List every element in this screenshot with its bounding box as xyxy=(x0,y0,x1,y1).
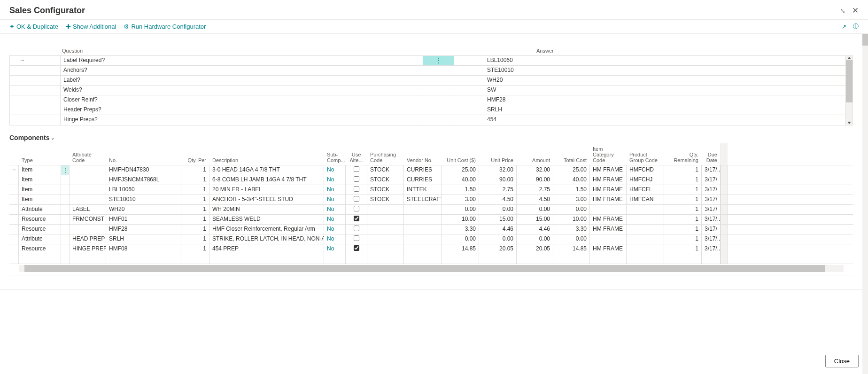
cell-amount[interactable]: 0.00 xyxy=(517,234,553,244)
cell-totcost[interactable]: 0.00 xyxy=(553,205,590,214)
cell-vendor[interactable] xyxy=(404,234,442,244)
cell-amount[interactable]: 15.00 xyxy=(517,215,553,224)
cell-type[interactable] xyxy=(19,254,61,264)
cell-no[interactable]: WH20 xyxy=(106,205,181,214)
cell-no[interactable]: SRLH xyxy=(106,234,181,244)
cell-unitprice[interactable]: 15.00 xyxy=(479,215,517,224)
row-options[interactable] xyxy=(61,175,70,185)
cell-attr[interactable] xyxy=(70,225,106,234)
col-amount[interactable]: Amount xyxy=(517,143,553,165)
col-itemcat[interactable]: Item Category Code xyxy=(590,143,627,165)
cell-due[interactable] xyxy=(702,254,721,264)
component-row[interactable]: AttributeHEAD PREPSRLH1STRIKE, ROLLER LA… xyxy=(9,234,853,244)
cell-prodgrp[interactable]: HMFCFL xyxy=(627,185,664,195)
cell-subcomp[interactable]: No xyxy=(324,185,346,195)
row-options[interactable] xyxy=(61,205,70,214)
cell-totcost[interactable] xyxy=(553,254,590,264)
cell-unitprice[interactable]: 2.75 xyxy=(479,185,517,195)
cell-unitcost[interactable]: 0.00 xyxy=(442,234,479,244)
cell-totcost[interactable]: 3.30 xyxy=(553,225,590,234)
cell-unitprice[interactable]: 0.00 xyxy=(479,234,517,244)
show-additional-button[interactable]: ✚ Show Additional xyxy=(66,23,116,30)
cell-purch[interactable]: STOCK xyxy=(367,175,404,185)
cell-desc[interactable]: SEAMLESS WELD xyxy=(209,215,324,224)
cell-subcomp[interactable]: No xyxy=(324,165,346,175)
cell-amount[interactable]: 4.50 xyxy=(517,195,553,204)
cell-vendor[interactable]: CURRIES xyxy=(404,165,442,175)
col-due[interactable]: Due Date xyxy=(702,143,721,165)
cell-unitcost[interactable] xyxy=(442,254,479,264)
cell-subcomp[interactable]: No xyxy=(324,215,346,224)
cell-due[interactable]: 3/17/... xyxy=(702,215,721,224)
row-options[interactable] xyxy=(61,185,70,195)
cell-unitcost[interactable]: 25.00 xyxy=(442,165,479,175)
cell-purch[interactable] xyxy=(367,254,404,264)
cell-itemcat[interactable] xyxy=(590,205,627,214)
row-options[interactable] xyxy=(423,86,454,95)
cell-unitprice[interactable] xyxy=(479,254,517,264)
cell-prodgrp[interactable] xyxy=(627,215,664,224)
component-row[interactable]: →Item⋮HMFHDN4783013-0 HEAD 14GA 4 7/8 TH… xyxy=(9,165,853,175)
cell-due[interactable]: 3/17/... xyxy=(702,234,721,244)
col-vendor[interactable]: Vendor No. xyxy=(404,143,442,165)
component-row[interactable]: ItemHMFJSNCM47868L16-8 COMB LH JAMB 14GA… xyxy=(9,175,853,185)
question-row[interactable]: Hinge Preps?454 xyxy=(10,115,845,125)
cell-due[interactable]: 3/17/ xyxy=(702,175,721,185)
cell-purch[interactable] xyxy=(367,215,404,224)
cell-unitcost[interactable]: 40.00 xyxy=(442,175,479,185)
cell-itemcat[interactable]: HM FRAME xyxy=(590,185,627,195)
cell-attr[interactable] xyxy=(70,185,106,195)
cell-amount[interactable] xyxy=(517,254,553,264)
cell-purch[interactable] xyxy=(367,225,404,234)
use-alternate-checkbox[interactable] xyxy=(354,186,359,192)
answer-text[interactable]: HMF28 xyxy=(484,95,845,105)
cell-subcomp[interactable]: No xyxy=(324,205,346,214)
cell-due[interactable]: 3/17/... xyxy=(702,165,721,175)
cell-qtyrem[interactable]: 1 xyxy=(664,195,702,204)
cell-qty[interactable]: 1 xyxy=(181,165,209,175)
collapse-icon[interactable]: ⤡ xyxy=(840,7,845,15)
cell-subcomp[interactable]: No xyxy=(324,175,346,185)
cell-purch[interactable]: STOCK xyxy=(367,165,404,175)
cell-purch[interactable] xyxy=(367,205,404,214)
row-options[interactable] xyxy=(423,115,454,125)
cell-qtyrem[interactable]: 1 xyxy=(664,185,702,195)
cell-subcomp[interactable]: No xyxy=(324,244,346,254)
cell-qtyrem[interactable] xyxy=(664,254,702,264)
cell-qty[interactable]: 1 xyxy=(181,225,209,234)
row-options[interactable] xyxy=(61,244,70,254)
cell-unitcost[interactable]: 3.30 xyxy=(442,225,479,234)
use-alternate-checkbox[interactable] xyxy=(354,216,359,221)
cell-attr[interactable]: FRMCONST xyxy=(70,215,106,224)
cell-type[interactable]: Resource xyxy=(19,244,61,254)
row-options[interactable] xyxy=(61,254,70,264)
col-unitprice[interactable]: Unit Price xyxy=(479,143,517,165)
question-row[interactable]: →Label Required?LBL10060 xyxy=(10,56,845,66)
cell-subcomp[interactable]: No xyxy=(324,195,346,204)
cell-itemcat[interactable]: HM FRAME xyxy=(590,244,627,254)
cell-itemcat[interactable]: HM FRAME xyxy=(590,195,627,204)
cell-type[interactable]: Attribute xyxy=(19,234,61,244)
col-unitcost[interactable]: Unit Cost ($) xyxy=(442,143,479,165)
cell-purch[interactable] xyxy=(367,234,404,244)
row-options[interactable] xyxy=(61,225,70,234)
cell-vendor[interactable] xyxy=(404,215,442,224)
cell-subcomp[interactable]: No xyxy=(324,234,346,244)
col-qtyrem[interactable]: Qty. Remaining xyxy=(664,143,702,165)
close-icon[interactable]: ✕ xyxy=(852,6,859,16)
answer-text[interactable]: LBL10060 xyxy=(484,56,845,65)
col-answer[interactable]: Answer xyxy=(535,48,853,55)
cell-unitcost[interactable]: 1.50 xyxy=(442,185,479,195)
cell-qtyrem[interactable]: 1 xyxy=(664,244,702,254)
cell-amount[interactable]: 0.00 xyxy=(517,205,553,214)
col-no[interactable]: No. xyxy=(106,143,181,165)
cell-due[interactable]: 3/17/... xyxy=(702,244,721,254)
cell-qty[interactable] xyxy=(181,254,209,264)
use-alternate-checkbox[interactable] xyxy=(354,245,359,251)
col-question[interactable]: Question xyxy=(60,48,473,55)
cell-prodgrp[interactable] xyxy=(627,254,664,264)
row-options[interactable] xyxy=(423,76,454,85)
answer-text[interactable]: STE10010 xyxy=(484,66,845,75)
cell-no[interactable]: HMFHDN47830 xyxy=(106,165,181,175)
cell-qty[interactable]: 1 xyxy=(181,175,209,185)
